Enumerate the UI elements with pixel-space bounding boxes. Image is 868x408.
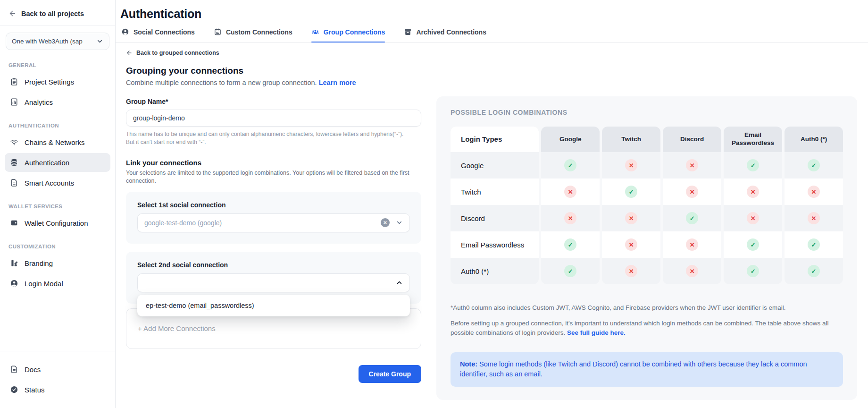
first-connection-select[interactable]: google-test-demo (google) ✕	[137, 213, 410, 232]
sidebar-item-chains-networks[interactable]: Chains & Networks	[5, 133, 110, 152]
combo-cell-discord-twitch: ✕	[602, 205, 660, 231]
back-to-grouped-connections-link[interactable]: Back to grouped connections	[126, 50, 421, 56]
sidebar-item-wallet-configuration[interactable]: Wallet Configuration	[5, 213, 110, 232]
cross-icon: ✕	[625, 159, 637, 171]
combo-header-email-passwordless: Email Passwordless	[724, 127, 782, 152]
note-box: Note: Some login methods (like Twitch an…	[451, 352, 843, 387]
check-icon: ✓	[747, 159, 759, 171]
second-connection-select[interactable]	[137, 273, 410, 292]
first-connection-value: google-test-demo (google)	[144, 219, 222, 227]
combo-cell-email-passwordless-twitch: ✕	[602, 231, 660, 258]
group-name-input[interactable]: group-login-demo	[126, 110, 421, 127]
chevron-down-icon	[96, 38, 103, 45]
back-to-projects-link[interactable]: Back to all projects	[0, 0, 115, 25]
group-icon	[311, 28, 319, 36]
first-connection-card: Select 1st social connection google-test…	[126, 192, 421, 244]
clear-selection-icon[interactable]: ✕	[381, 218, 390, 227]
combo-header-auth0: Auth0 (*)	[785, 127, 843, 152]
sidebar-item-analytics[interactable]: Analytics	[5, 93, 110, 111]
file-icon	[10, 365, 18, 374]
combo-row-label-discord: Discord	[451, 205, 539, 231]
link-connections-heading: Link your connections	[126, 159, 421, 167]
check-icon: ✓	[808, 265, 820, 277]
combo-column-auth0: Auth0 (*)✓✕✕✓✓	[785, 127, 843, 284]
sidebar-item-label: Authentication	[25, 159, 69, 167]
app-window: Back to all projects One with Web3Auth (…	[0, 0, 868, 408]
combo-row-label-auth0: Auth0 (*)	[451, 258, 539, 284]
tab-social-connections[interactable]: Social Connections	[121, 28, 195, 42]
combo-column-discord: Discord✕✕✓✕✕	[663, 127, 721, 284]
sidebar-section-label-wallet-services: WALLET SERVICES	[8, 204, 107, 209]
combo-cell-email-passwordless-google: ✓	[541, 231, 600, 258]
combo-column-twitch: Twitch✕✓✕✕✕	[602, 127, 660, 284]
combo-cell-google-discord: ✕	[663, 152, 721, 178]
page-title: Authentication	[120, 7, 868, 21]
combo-cell-discord-google: ✕	[541, 205, 600, 231]
form-heading: Grouping your connections	[126, 66, 421, 76]
sidebar-item-docs[interactable]: Docs	[5, 360, 110, 379]
tab-archived-connections[interactable]: Archived Connections	[404, 28, 486, 42]
create-group-button[interactable]: Create Group	[359, 365, 421, 383]
back-to-grouped-connections-label: Back to grouped connections	[136, 50, 219, 56]
combo-cell-email-passwordless-email-passwordless: ✓	[724, 231, 782, 258]
combo-cell-auth0-email-passwordless: ✓	[724, 258, 782, 284]
sidebar-item-login-modal[interactable]: Login Modal	[5, 274, 110, 293]
cross-icon: ✕	[625, 212, 637, 224]
combo-cell-auth0-twitch: ✕	[602, 258, 660, 284]
check-icon: ✓	[564, 159, 576, 171]
cross-icon: ✕	[747, 212, 759, 224]
arrow-left-icon	[126, 50, 133, 56]
tab-label: Social Connections	[134, 28, 195, 36]
person-icon	[121, 28, 129, 36]
check-icon: ✓	[747, 238, 759, 251]
cross-icon: ✕	[564, 212, 576, 224]
link-connections-helper: Your selections are limited to the suppo…	[126, 169, 421, 186]
combo-row-label-email-passwordless: Email Passwordless	[451, 231, 539, 258]
check-icon: ✓	[564, 238, 576, 251]
login-combinations-table: Login TypesGoogleTwitchDiscordEmail Pass…	[451, 127, 843, 284]
second-connection-label: Select 2nd social connection	[137, 261, 410, 269]
combo-column-email-passwordless: Email Passwordless✓✕✕✓✓	[724, 127, 782, 284]
sidebar: Back to all projects One with Web3Auth (…	[0, 0, 116, 408]
combo-cell-discord-email-passwordless: ✕	[724, 205, 782, 231]
sidebar-item-status[interactable]: Status	[5, 380, 110, 399]
cross-icon: ✕	[686, 159, 698, 171]
sidebar-nav: GENERALProject SettingsAnalyticsAUTHENTI…	[0, 51, 115, 294]
wifi-icon	[10, 138, 18, 146]
sidebar-item-project-settings[interactable]: Project Settings	[5, 72, 110, 91]
form-actions: Create Group	[126, 365, 421, 383]
combo-cell-discord-auth0: ✕	[785, 205, 843, 231]
cross-icon: ✕	[686, 238, 698, 251]
file-icon	[10, 178, 18, 187]
tab-custom-connections[interactable]: Custom Connections	[214, 28, 292, 42]
combo-cell-google-email-passwordless: ✓	[724, 152, 782, 178]
see-full-guide-link[interactable]: See full guide here.	[567, 329, 626, 336]
sidebar-item-label: Chains & Networks	[25, 138, 85, 146]
database-icon	[10, 158, 18, 167]
combo-cell-auth0-auth0: ✓	[785, 258, 843, 284]
badge-icon	[214, 28, 222, 36]
guide-footnote: Before setting up a grouped connection, …	[451, 319, 843, 338]
combo-cell-auth0-google: ✓	[541, 258, 600, 284]
connection-dropdown-menu: ep-test-demo (email_passwordless)	[137, 295, 410, 316]
project-selector[interactable]: One with Web3Auth (sap	[6, 33, 109, 50]
dropdown-option-ep-test-demo[interactable]: ep-test-demo (email_passwordless)	[137, 295, 410, 316]
tab-label: Group Connections	[324, 28, 385, 36]
check-icon: ✓	[625, 186, 637, 198]
sidebar-item-authentication[interactable]: Authentication	[5, 153, 110, 172]
project-selector-value: One with Web3Auth (sap	[12, 38, 83, 45]
back-to-projects-label: Back to all projects	[21, 10, 84, 17]
analytics-icon	[10, 98, 18, 106]
combo-cell-email-passwordless-discord: ✕	[663, 231, 721, 258]
auth0-footnote: *Auth0 column also includes Custom JWT, …	[451, 304, 843, 311]
sidebar-item-smart-accounts[interactable]: Smart Accounts	[5, 173, 110, 192]
learn-more-link[interactable]: Learn more	[319, 79, 356, 86]
tab-group-connections[interactable]: Group Connections	[311, 28, 385, 42]
sidebar-item-branding[interactable]: Branding	[5, 254, 110, 272]
user-circle-icon	[10, 279, 18, 288]
tab-bar: Social ConnectionsCustom ConnectionsGrou…	[116, 28, 868, 42]
cross-icon: ✕	[808, 186, 820, 198]
sidebar-item-label: Analytics	[25, 98, 53, 106]
sidebar-section-label-authentication: AUTHENTICATION	[8, 123, 107, 128]
check-circle-icon	[10, 385, 18, 394]
